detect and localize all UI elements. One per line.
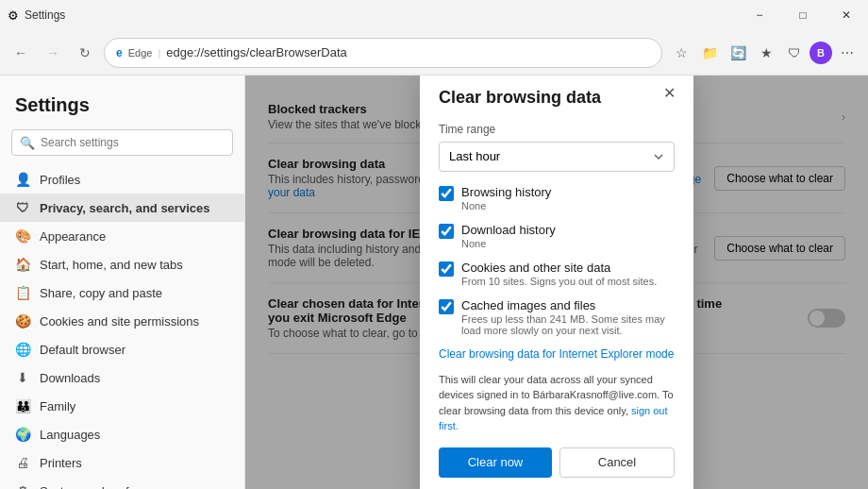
printers-icon: 🖨 [15, 455, 30, 470]
modal-info-text: This will clear your data across all you… [439, 372, 675, 434]
sidebar-item-label: Cookies and site permissions [40, 314, 199, 329]
languages-icon: 🌍 [15, 427, 30, 442]
edge-logo: e [116, 46, 123, 59]
profiles-icon: 👤 [15, 172, 30, 187]
default-browser-icon: 🌐 [15, 342, 30, 357]
sidebar-item-downloads[interactable]: ⬇ Downloads [0, 363, 244, 392]
cookies-sub: From 10 sites. Signs you out of most sit… [461, 276, 657, 287]
sidebar-item-label: Share, copy and paste [40, 286, 162, 300]
sidebar-item-share-copy[interactable]: 📋 Share, copy and paste [0, 278, 244, 307]
modal-buttons: Clear now Cancel [439, 447, 675, 478]
title-bar: ⚙ Settings − □ ✕ [0, 0, 868, 30]
sidebar-item-label: Printers [40, 456, 82, 470]
browsing-history-label-text: Browsing history [461, 185, 551, 199]
sidebar-item-start-home[interactable]: 🏠 Start, home, and new tabs [0, 250, 244, 278]
sidebar-item-label: Default browser [40, 343, 125, 357]
search-input[interactable] [41, 136, 225, 149]
download-history-sub: None [461, 238, 556, 249]
sidebar-item-profiles[interactable]: 👤 Profiles [0, 165, 244, 194]
sidebar-item-family[interactable]: 👪 Family [0, 392, 244, 420]
download-history-checkbox[interactable] [439, 224, 454, 239]
time-range-label: Time range [439, 123, 675, 136]
address-bar[interactable]: e Edge | edge://settings/clearBrowserDat… [104, 38, 662, 68]
sidebar-item-label: Languages [40, 428, 100, 442]
url-text: edge://settings/clearBrowserData [166, 45, 650, 59]
ie-mode-link[interactable]: Clear browsing data for Internet Explore… [439, 347, 675, 361]
cookies-checkbox[interactable] [439, 261, 454, 277]
browsing-history-label: Browsing history None [461, 185, 551, 211]
download-history-label-text: Download history [461, 223, 556, 237]
cookies-label: Cookies and other site data From 10 site… [461, 261, 657, 287]
cached-checkbox-row: Cached images and files Frees up less th… [439, 298, 675, 336]
sidebar-item-printers[interactable]: 🖨 Printers [0, 448, 244, 477]
cached-images-label: Cached images and files Frees up less th… [461, 298, 675, 336]
forward-button[interactable]: → [40, 40, 66, 66]
time-range-select[interactable]: Last hour Last 24 hours Last 7 days Last… [439, 142, 675, 172]
sidebar-item-appearance[interactable]: 🎨 Appearance [0, 222, 244, 250]
modal-close-button[interactable]: ✕ [658, 82, 680, 105]
family-icon: 👪 [15, 398, 30, 413]
browsing-history-checkbox[interactable] [439, 186, 454, 201]
browsing-history-checkbox-row: Browsing history None [439, 185, 675, 211]
sidebar-item-label: Downloads [40, 371, 100, 385]
extensions-button[interactable]: ⋯ [834, 40, 860, 66]
toolbar-icons: ☆ 📁 🔄 ★ 🛡 B ⋯ [668, 40, 860, 66]
sidebar: Settings 🔍 👤 Profiles 🛡 Privacy, search,… [0, 76, 245, 489]
system-icon: ⚙ [15, 483, 30, 489]
cancel-button[interactable]: Cancel [559, 447, 675, 478]
title-bar-left: ⚙ Settings [8, 8, 65, 23]
minimize-button[interactable]: − [738, 0, 781, 30]
sidebar-item-label: Appearance [40, 229, 106, 244]
close-button[interactable]: ✕ [825, 0, 868, 30]
edge-label: Edge [128, 47, 153, 59]
browser-essentials-button[interactable]: 🛡 [781, 40, 808, 66]
sidebar-item-label: Family [40, 399, 75, 413]
favorites-bar-button[interactable]: ★ [753, 40, 779, 66]
browser-toolbar: ← → ↻ e Edge | edge://settings/clearBrow… [0, 30, 868, 76]
download-history-checkbox-row: Download history None [439, 223, 675, 249]
download-history-label: Download history None [461, 223, 556, 249]
sidebar-item-cookies[interactable]: 🍪 Cookies and site permissions [0, 307, 244, 335]
content-area: Blocked trackers View the sites that we'… [245, 76, 868, 489]
cached-images-sub: Frees up less than 241 MB. Some sites ma… [461, 313, 675, 336]
modal-title: Clear browsing data [439, 88, 675, 108]
cookies-label-text: Cookies and other site data [461, 261, 657, 275]
sidebar-item-default-browser[interactable]: 🌐 Default browser [0, 335, 244, 363]
settings-icon: ⚙ [8, 8, 19, 23]
maximize-button[interactable]: □ [781, 0, 825, 30]
sidebar-item-label: Profiles [40, 173, 80, 187]
sidebar-item-label: System and performance [40, 484, 176, 490]
cookies-checkbox-row: Cookies and other site data From 10 site… [439, 261, 675, 287]
cached-images-checkbox[interactable] [439, 299, 454, 314]
sidebar-item-label: Start, home, and new tabs [40, 258, 183, 272]
downloads-icon: ⬇ [15, 370, 30, 385]
browsing-history-sub: None [461, 200, 551, 211]
refresh-sync-button[interactable]: 🔄 [725, 40, 751, 66]
clear-now-button[interactable]: Clear now [439, 447, 552, 478]
sidebar-title: Settings [0, 83, 244, 124]
start-home-icon: 🏠 [15, 257, 30, 272]
sidebar-item-privacy[interactable]: 🛡 Privacy, search, and services [0, 194, 244, 222]
cookies-icon: 🍪 [15, 313, 30, 329]
privacy-icon: 🛡 [15, 200, 30, 215]
sidebar-item-label: Privacy, search, and services [40, 201, 209, 215]
collections-button[interactable]: 📁 [696, 40, 723, 66]
window-title: Settings [25, 8, 65, 22]
window-controls: − □ ✕ [738, 0, 868, 30]
search-icon: 🔍 [20, 136, 35, 150]
search-box[interactable]: 🔍 [11, 129, 233, 156]
favorites-button[interactable]: ☆ [668, 40, 694, 66]
back-button[interactable]: ← [8, 40, 34, 66]
cached-images-label-text: Cached images and files [461, 298, 675, 312]
profile-avatar[interactable]: B [810, 42, 832, 64]
main-layout: Settings 🔍 👤 Profiles 🛡 Privacy, search,… [0, 76, 868, 489]
refresh-button[interactable]: ↻ [72, 40, 98, 66]
sidebar-item-languages[interactable]: 🌍 Languages [0, 420, 244, 448]
clear-browsing-data-modal: Clear browsing data ✕ Time range Last ho… [420, 76, 693, 489]
share-copy-icon: 📋 [15, 285, 30, 300]
sidebar-item-system[interactable]: ⚙ System and performance [0, 477, 244, 489]
appearance-icon: 🎨 [15, 228, 30, 244]
modal-overlay: Clear browsing data ✕ Time range Last ho… [245, 76, 868, 489]
